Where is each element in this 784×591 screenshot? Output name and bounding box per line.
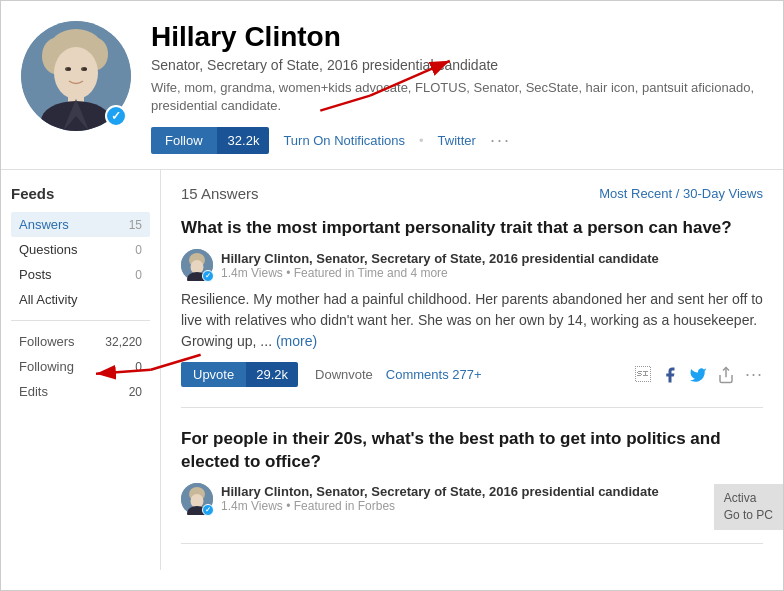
svg-point-12 xyxy=(83,68,87,71)
answer-meta-1: ✓ Hillary Clinton, Senator, Secretary of… xyxy=(181,249,763,281)
page-wrapper: Hillary Clinton Senator, Secretary of St… xyxy=(0,0,784,591)
twitter-link[interactable]: Twitter xyxy=(438,133,476,148)
answer-views-2: 1.4m Views xyxy=(221,499,283,513)
answer-more-link-1[interactable]: (more) xyxy=(276,333,317,349)
upvote-count-1: 29.2k xyxy=(246,362,298,387)
main-layout: Feeds Answers 15 Questions 0 Posts 0 All… xyxy=(1,170,783,578)
svg-point-4 xyxy=(54,47,98,99)
sidebar-title: Feeds xyxy=(11,185,150,202)
sidebar-stat-followers[interactable]: Followers 32,220 xyxy=(11,329,150,354)
share-icon-svg[interactable] xyxy=(717,366,735,384)
followers-label: Followers xyxy=(19,334,75,349)
answer-author-info-1: Hillary Clinton, Senator, Secretary of S… xyxy=(221,251,659,280)
sidebar-item-posts[interactable]: Posts 0 xyxy=(11,262,150,287)
profile-subtitle: Senator, Secretary of State, 2016 presid… xyxy=(151,57,763,73)
profile-info: Hillary Clinton Senator, Secretary of St… xyxy=(151,21,763,154)
answer-featured-1: Featured in Time and 4 more xyxy=(294,266,448,280)
profile-bio: Wife, mom, grandma, women+kids advocate,… xyxy=(151,79,763,115)
answer-stats-2: 1.4m Views • Featured in Forbes xyxy=(221,499,659,513)
sort-options[interactable]: Most Recent / 30-Day Views xyxy=(599,186,763,201)
comments-button-1[interactable]: Comments 277+ xyxy=(386,367,482,382)
watermark-line2: Go to PC xyxy=(724,507,773,524)
notifications-link[interactable]: Turn On Notifications xyxy=(283,133,405,148)
answer-card-1: What is the most important personality t… xyxy=(181,217,763,408)
more-share-icon[interactable]: ··· xyxy=(745,364,763,385)
answer-author-name-1[interactable]: Hillary Clinton, Senator, Secretary of S… xyxy=(221,251,659,266)
follow-button[interactable]: Follow xyxy=(151,127,217,154)
sidebar-answers-count: 15 xyxy=(129,218,142,232)
answer-meta-2: ✓ Hillary Clinton, Senator, Secretary of… xyxy=(181,483,763,515)
more-options-button[interactable]: ··· xyxy=(490,130,511,151)
answer-actions-1: Upvote 29.2k Downvote Comments 277+  ··… xyxy=(181,362,763,387)
answer-verified-2: ✓ xyxy=(202,504,214,516)
facebook-icon[interactable]:  xyxy=(635,366,651,384)
svg-point-15 xyxy=(191,260,204,274)
sidebar-stat-edits[interactable]: Edits 20 xyxy=(11,379,150,404)
answer-featured-2: Featured in Forbes xyxy=(294,499,395,513)
watermark-line1: Activa xyxy=(724,490,773,507)
sidebar-allactivity-label: All Activity xyxy=(19,292,78,307)
activation-watermark: Activa Go to PC xyxy=(714,484,783,530)
divider-dot: • xyxy=(419,133,424,148)
sidebar: Feeds Answers 15 Questions 0 Posts 0 All… xyxy=(1,170,161,570)
content-header: 15 Answers Most Recent / 30-Day Views xyxy=(181,185,763,202)
answer-avatar-1: ✓ xyxy=(181,249,213,281)
answer-author-name-2[interactable]: Hillary Clinton, Senator, Secretary of S… xyxy=(221,484,659,499)
share-icons-1:  ··· xyxy=(635,364,763,385)
answer-question-1[interactable]: What is the most important personality t… xyxy=(181,217,763,239)
sidebar-item-all-activity[interactable]: All Activity xyxy=(11,287,150,312)
edits-label: Edits xyxy=(19,384,48,399)
answer-card-2: For people in their 20s, what's the best… xyxy=(181,428,763,543)
answer-question-2[interactable]: For people in their 20s, what's the best… xyxy=(181,428,763,472)
answer-avatar-2: ✓ xyxy=(181,483,213,515)
profile-section: Hillary Clinton Senator, Secretary of St… xyxy=(1,1,783,170)
twitter-icon-svg[interactable] xyxy=(689,366,707,384)
svg-point-20 xyxy=(191,494,204,508)
following-value: 0 xyxy=(135,360,142,374)
facebook-icon-svg[interactable] xyxy=(661,366,679,384)
answer-author-info-2: Hillary Clinton, Senator, Secretary of S… xyxy=(221,484,659,513)
verified-badge xyxy=(105,105,127,127)
answer-views-1: 1.4m Views xyxy=(221,266,283,280)
sidebar-item-answers[interactable]: Answers 15 xyxy=(11,212,150,237)
sidebar-questions-label: Questions xyxy=(19,242,78,257)
sidebar-questions-count: 0 xyxy=(135,243,142,257)
avatar-wrapper xyxy=(21,21,131,131)
sidebar-divider xyxy=(11,320,150,321)
followers-value: 32,220 xyxy=(105,335,142,349)
profile-actions: Follow 32.2k Turn On Notifications • Twi… xyxy=(151,127,763,154)
content-area: 15 Answers Most Recent / 30-Day Views Wh… xyxy=(161,170,783,578)
answers-count: 15 Answers xyxy=(181,185,259,202)
answer-stats-1: 1.4m Views • Featured in Time and 4 more xyxy=(221,266,659,280)
follow-count: 32.2k xyxy=(217,127,270,154)
following-label: Following xyxy=(19,359,74,374)
svg-point-11 xyxy=(67,68,71,71)
answer-text-1: Resilience. My mother had a painful chil… xyxy=(181,289,763,352)
sidebar-posts-count: 0 xyxy=(135,268,142,282)
sidebar-stat-following[interactable]: Following 0 xyxy=(11,354,150,379)
sidebar-item-questions[interactable]: Questions 0 xyxy=(11,237,150,262)
sidebar-posts-label: Posts xyxy=(19,267,52,282)
upvote-button-1[interactable]: Upvote xyxy=(181,362,246,387)
downvote-button-1[interactable]: Downvote xyxy=(310,362,378,387)
edits-value: 20 xyxy=(129,385,142,399)
profile-name: Hillary Clinton xyxy=(151,21,763,53)
sidebar-answers-label: Answers xyxy=(19,217,69,232)
